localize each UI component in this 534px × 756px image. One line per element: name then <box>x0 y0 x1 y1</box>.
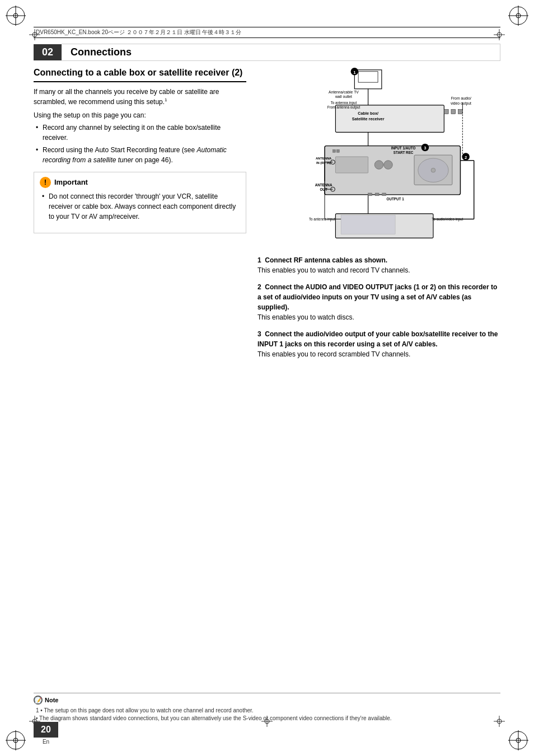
connection-diagram: Antenna/cable TV wall outlet 1 From audi… <box>257 67 500 246</box>
superscript-1: 1 <box>165 97 167 102</box>
page-lang: En <box>43 739 49 745</box>
svg-text:wall outlet: wall outlet <box>335 95 352 98</box>
important-bullet-1: Do not connect this recorder 'through' y… <box>40 191 240 222</box>
instruction-2-bold: 2 Connect the AUDIO and VIDEO OUTPUT jac… <box>257 283 497 311</box>
svg-rect-85 <box>382 193 386 196</box>
svg-text:From audio/: From audio/ <box>451 96 471 100</box>
svg-text:ANTENNA: ANTENNA <box>316 157 332 160</box>
instruction-3-bold: 3 Connect the audio/video output of your… <box>257 330 498 348</box>
note-header: 📝 Note <box>34 696 500 705</box>
svg-text:1: 1 <box>353 70 356 75</box>
using-setup-text: Using the setup on this page you can: <box>34 111 246 119</box>
svg-rect-42 <box>444 110 448 114</box>
svg-point-55 <box>374 161 383 170</box>
svg-text:INPUT 1/AUTO: INPUT 1/AUTO <box>391 146 416 150</box>
instruction-3: 3 Connect the audio/video output of your… <box>257 329 500 359</box>
svg-text:ANTENNA: ANTENNA <box>315 183 332 187</box>
instruction-3-text: This enables you to record scrambled TV … <box>257 349 500 359</box>
page-number-area: 20 En <box>34 722 58 745</box>
svg-text:To antenna input: To antenna input <box>309 217 335 222</box>
instruction-1: 1 Connect RF antenna cables as shown. Th… <box>257 255 500 275</box>
svg-rect-44 <box>458 110 463 114</box>
chapter-title: Connections <box>62 44 500 61</box>
svg-text:From antenna output: From antenna output <box>327 105 360 110</box>
important-label: Important <box>54 178 88 186</box>
svg-rect-83 <box>368 193 372 196</box>
bullet-item-2: Record using the Auto Start Recording fe… <box>34 145 246 165</box>
svg-text:Antenna/cable TV: Antenna/cable TV <box>329 90 359 94</box>
page-number: 20 <box>34 722 58 738</box>
svg-text:To audio/video input: To audio/video input <box>432 217 463 222</box>
svg-text:START REC: START REC <box>394 151 414 154</box>
instruction-1-text: This enables you to watch and record TV … <box>257 265 500 275</box>
file-info-text: DVR650HK_KC_EN.book 20ページ ２００７年２月２１日 水曜日… <box>36 29 241 36</box>
important-header: ! Important <box>40 177 240 188</box>
svg-rect-87 <box>336 149 339 152</box>
svg-rect-67 <box>341 215 395 234</box>
svg-rect-31 <box>354 70 381 89</box>
svg-rect-86 <box>333 149 336 152</box>
note-icon: 📝 <box>34 696 43 705</box>
reg-mark-tl-outer <box>6 6 26 26</box>
chapter-number: 02 <box>34 44 62 60</box>
bullet-item-1: Record any channel by selecting it on th… <box>34 123 246 143</box>
svg-text:IN (RF IN): IN (RF IN) <box>316 161 331 165</box>
intro-text: If many or all the channels you receive … <box>34 87 246 107</box>
right-column: Antenna/cable TV wall outlet 1 From audi… <box>257 67 500 700</box>
reg-mark-br-outer <box>508 730 528 750</box>
note-line-2: • The diagram shows standard video conne… <box>34 715 500 722</box>
important-list: Do not connect this recorder 'through' y… <box>40 191 240 222</box>
left-column: Connecting to a cable box or satellite r… <box>34 67 246 700</box>
diagram-area: Antenna/cable TV wall outlet 1 From audi… <box>257 67 500 246</box>
note-label: Note <box>45 697 58 703</box>
main-content: Connecting to a cable box or satellite r… <box>34 67 500 700</box>
reg-mark-tr-outer <box>508 6 528 26</box>
section-title: Connecting to a cable box or satellite r… <box>34 67 246 82</box>
svg-text:To antenna input: To antenna input <box>331 101 357 105</box>
bottom-note: 📝 Note 1 • The setup on this page does n… <box>34 693 500 722</box>
svg-text:OUTPUT 1: OUTPUT 1 <box>387 197 405 201</box>
chapter-header: 02 Connections <box>34 44 500 61</box>
feature-list: Record any channel by selecting it on th… <box>34 123 246 165</box>
reg-mark-bl-outer <box>6 730 26 750</box>
svg-text:Satellite receiver: Satellite receiver <box>352 116 385 121</box>
instruction-1-bold: 1 Connect RF antenna cables as shown. <box>257 256 387 264</box>
svg-point-56 <box>384 161 393 170</box>
svg-text:video output: video output <box>451 101 471 106</box>
instructions-area: 1 Connect RF antenna cables as shown. Th… <box>257 255 500 366</box>
svg-point-59 <box>431 168 435 172</box>
svg-rect-54 <box>335 157 368 173</box>
svg-rect-43 <box>451 110 456 114</box>
warning-icon: ! <box>40 177 51 188</box>
file-info-bar: DVR650HK_KC_EN.book 20ページ ２００７年２月２１日 水曜日… <box>34 27 500 38</box>
svg-rect-84 <box>375 193 379 196</box>
bullet-text-1: Record any channel by selecting it on th… <box>43 124 221 142</box>
instruction-2: 2 Connect the AUDIO and VIDEO OUTPUT jac… <box>257 282 500 322</box>
svg-text:3: 3 <box>424 145 427 151</box>
note-line-1: 1 • The setup on this page does not allo… <box>34 707 500 715</box>
svg-rect-32 <box>358 72 378 82</box>
svg-text:Cable box/: Cable box/ <box>358 111 378 116</box>
important-box: ! Important Do not connect this recorder… <box>34 172 246 233</box>
svg-text:2: 2 <box>465 155 467 160</box>
bullet-text-2: Record using the Auto Start Recording fe… <box>43 146 227 164</box>
instruction-2-text: This enables you to watch discs. <box>257 312 500 322</box>
